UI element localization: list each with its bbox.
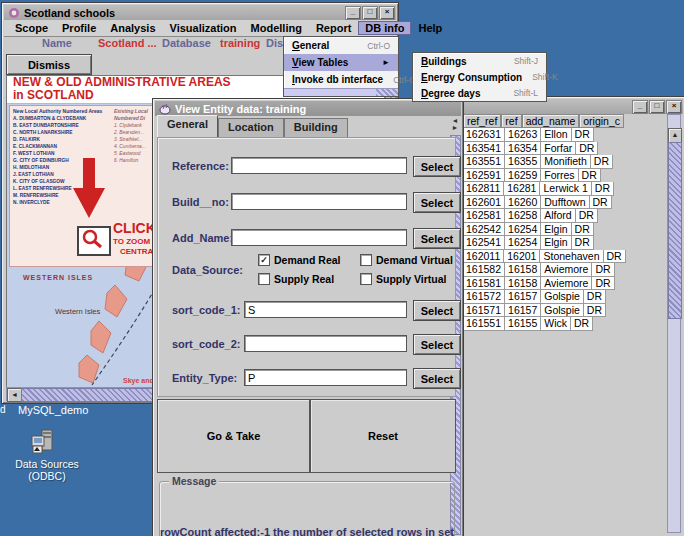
- scroll-left-icon[interactable]: ◄: [7, 388, 22, 402]
- mysql-demo-label[interactable]: MySQL_demo: [18, 404, 88, 416]
- table-row[interactable]: 163551 16355 Monifieth DR: [463, 155, 626, 169]
- table-vertical-scrollbar[interactable]: ▲: [667, 114, 681, 533]
- table-row[interactable]: 161582 16158 Aviemore DR: [463, 263, 626, 277]
- build-no-select-button[interactable]: Select: [413, 192, 461, 213]
- table-row[interactable]: 162811 16281 Lerwick 1 DR: [463, 182, 626, 196]
- cell-add-name: Aviemore: [541, 277, 592, 291]
- cell-add-name: Elgin: [541, 236, 571, 250]
- database-value: training: [220, 37, 260, 49]
- menu-popup-item[interactable]: View Tables ►: [284, 54, 398, 71]
- menu-item[interactable]: Analysis: [103, 21, 162, 35]
- checkbox-box[interactable]: ✓: [258, 273, 270, 285]
- table-row[interactable]: 161551 16155 Wick DR: [463, 317, 626, 331]
- go-take-button[interactable]: Go & Take: [157, 399, 310, 473]
- sort-code-2-select-button[interactable]: Select: [413, 334, 461, 355]
- menu-item[interactable]: Modelling: [244, 21, 309, 35]
- cell-add-name: Elgin: [541, 223, 571, 237]
- database-label: Database: [162, 37, 211, 49]
- sort-code-2-input[interactable]: [244, 335, 407, 352]
- tab-building[interactable]: Building: [284, 118, 348, 137]
- entity-type-select-button[interactable]: Select: [413, 368, 461, 389]
- checkbox-box[interactable]: ✓: [360, 273, 372, 285]
- column-header[interactable]: add_name: [522, 114, 580, 128]
- odbc-desktop-icon[interactable]: Data Sources (ODBC): [2, 428, 92, 460]
- checkbox[interactable]: ✓ Supply Real: [258, 273, 346, 285]
- table-header-row: ref_refrefadd_nameorigin_c: [463, 114, 626, 128]
- menu-item[interactable]: Report: [309, 21, 358, 35]
- tab-arrow-left-icon[interactable]: ◄: [450, 117, 460, 124]
- menu-popup-item[interactable]: Invoke db interface Ctrl-O ►: [284, 71, 398, 88]
- add-name-select-button[interactable]: Select: [413, 228, 461, 249]
- table-row[interactable]: 161572 16157 Golspie DR: [463, 290, 626, 304]
- desktop-edge-fragment: d: [0, 404, 6, 415]
- cell-origin: DR: [604, 250, 626, 264]
- maximize-icon[interactable]: □: [362, 6, 378, 20]
- main-title-bar[interactable]: Scotland schools: [4, 5, 396, 20]
- checkbox-box[interactable]: ✓: [258, 254, 270, 266]
- reference-select-button[interactable]: Select: [413, 156, 461, 177]
- cell-ref-ref: 162011: [463, 250, 504, 264]
- cell-ref-ref: 161582: [463, 263, 505, 277]
- entity-type-label: Entity_Type:: [172, 372, 237, 384]
- tab-location[interactable]: Location: [218, 118, 284, 137]
- submenu-item[interactable]: Degree days Shift-L: [413, 85, 546, 101]
- cell-ref-ref: 161581: [463, 277, 505, 291]
- table-vscroll-thumb[interactable]: [668, 142, 682, 319]
- sort-code-1-input[interactable]: [244, 301, 407, 318]
- cell-ref: 16158: [505, 263, 541, 277]
- maximize-icon[interactable]: □: [649, 100, 665, 114]
- submenu-item[interactable]: Buildings Shift-J: [413, 53, 546, 69]
- reference-input[interactable]: [231, 157, 407, 174]
- tab-scroll-arrows[interactable]: ◄ ►: [450, 117, 460, 131]
- column-header[interactable]: ref_ref: [463, 114, 501, 128]
- red-down-arrow-icon: [71, 158, 107, 220]
- checkbox[interactable]: ✓ Supply Virtual: [360, 273, 453, 285]
- close-icon[interactable]: ×: [666, 100, 682, 114]
- main-window-title: Scotland schools: [24, 7, 115, 19]
- checkbox-box[interactable]: ✓: [360, 254, 372, 266]
- table-row[interactable]: 161581 16158 Aviemore DR: [463, 277, 626, 291]
- cell-ref: 16281: [504, 182, 540, 196]
- db-info-menu: General Ctrl-O ► View Tables ► Invoke db…: [283, 36, 399, 97]
- entity-type-input[interactable]: [244, 369, 407, 386]
- table-row[interactable]: 162601 16260 Dufftown DR: [463, 196, 626, 210]
- table-row[interactable]: 162011 16201 Stonehaven DR: [463, 250, 626, 264]
- scroll-up-icon[interactable]: ▲: [668, 128, 682, 143]
- cell-ref-ref: 161572: [463, 290, 505, 304]
- cell-add-name: Golspie: [541, 304, 584, 318]
- menu-item[interactable]: Profile: [55, 21, 103, 35]
- reset-button[interactable]: Reset: [310, 399, 456, 473]
- table-row[interactable]: 162541 16254 Elgin DR: [463, 236, 626, 250]
- minimize-icon[interactable]: _: [345, 6, 361, 20]
- menu-item[interactable]: Help: [411, 21, 449, 35]
- sort-code-1-select-button[interactable]: Select: [413, 300, 461, 321]
- cell-origin: DR: [576, 209, 598, 223]
- menu-popup-item[interactable]: General Ctrl-O ►: [284, 37, 398, 54]
- checkbox[interactable]: ✓ Demand Real: [258, 254, 346, 266]
- table-row[interactable]: 163541 16354 Forfar DR: [463, 142, 626, 156]
- table-row[interactable]: 162581 16258 Alford DR: [463, 209, 626, 223]
- column-header[interactable]: ref: [501, 114, 521, 128]
- minimize-icon[interactable]: _: [632, 100, 648, 114]
- menu-item[interactable]: Visualization: [163, 21, 244, 35]
- data-sources-icon: [30, 428, 60, 456]
- dismiss-button[interactable]: Dismiss: [6, 54, 92, 75]
- table-row[interactable]: 162542 16254 Elgin DR: [463, 223, 626, 237]
- submenu-item[interactable]: Energy Consumption Shift-K: [413, 69, 546, 85]
- tab-arrow-right-icon[interactable]: ►: [450, 124, 460, 131]
- checkbox[interactable]: ✓ Demand Virtual: [360, 254, 453, 266]
- close-icon[interactable]: ×: [379, 6, 395, 20]
- menu-item[interactable]: DB info: [358, 21, 411, 35]
- table-row[interactable]: 162631 16263 Ellon DR: [463, 128, 626, 142]
- cell-add-name: Forfar: [541, 142, 576, 156]
- build-no-input[interactable]: [231, 193, 407, 210]
- cell-ref-ref: 162631: [463, 128, 505, 142]
- table-row[interactable]: 161571 16157 Golspie DR: [463, 304, 626, 318]
- tab-general[interactable]: General: [157, 115, 218, 137]
- dialog-title-bar[interactable]: View Entity data: training: [155, 101, 461, 116]
- add-name-input[interactable]: [231, 229, 407, 246]
- table-row[interactable]: 162591 16259 Forres DR: [463, 169, 626, 183]
- magnifier-button[interactable]: [77, 226, 111, 256]
- column-header[interactable]: origin_c: [579, 114, 624, 128]
- menu-item[interactable]: Scope: [8, 21, 55, 35]
